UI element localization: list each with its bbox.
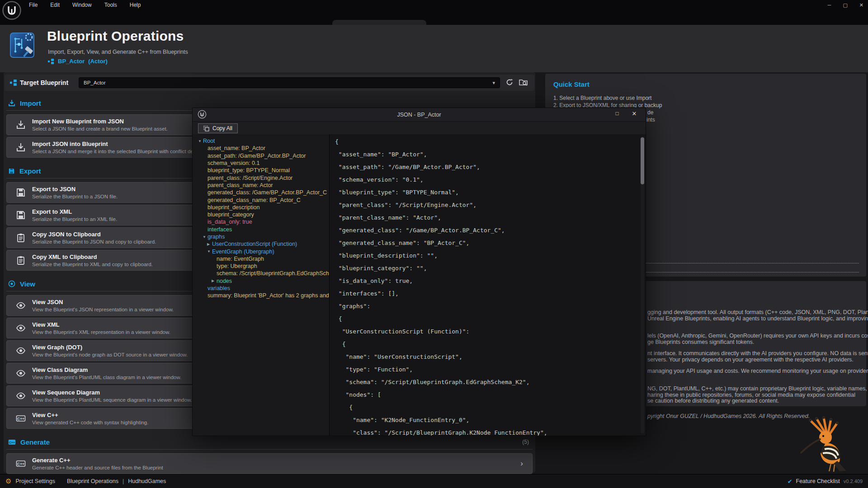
json-code-line: "blueprint_type": "BPTYPE_Normal", (335, 186, 637, 199)
tree-row[interactable]: schema: /Script/BlueprintGraph.EdGraphSc… (193, 270, 329, 277)
tree-expander-icon[interactable]: ▼ (207, 249, 212, 253)
button-description: Generate C++ header and source files fro… (32, 465, 163, 470)
json-code-pane[interactable]: { "asset_name": "BP_Actor", "asset_path"… (330, 134, 646, 436)
tree-row[interactable]: variables (193, 285, 329, 292)
tree-row[interactable]: generated_class: /Game/BP_Actor.BP_Actor… (193, 189, 329, 196)
tree-row-label: name: EventGraph (217, 256, 264, 262)
scrollbar-track[interactable] (641, 136, 644, 433)
tree-row[interactable]: interfaces (193, 226, 329, 233)
page-subtitle: Import, Export, View, and Generate C++ f… (48, 49, 188, 55)
button-description: View generated C++ code with syntax high… (32, 420, 148, 425)
scrollbar-thumb[interactable] (641, 137, 644, 184)
blueprint-operations-icon (9, 31, 38, 60)
menu-bar: FileEditWindowToolsHelp ─ ▢ ✕ (0, 0, 868, 10)
tree-row-label: interfaces (208, 226, 232, 233)
copy-all-button[interactable]: Copy All (198, 123, 238, 133)
close-button[interactable]: ✕ (859, 2, 863, 8)
disclaimer-text-fragment: Unreal Engine Blueprints, enabling AI ag… (647, 315, 868, 322)
tree-row-label: type: Ubergraph (217, 263, 257, 269)
tree-row[interactable]: blueprint_category (193, 211, 329, 218)
quick-start-step-fragment: ints (646, 117, 655, 123)
button-title: View Class Diagram (32, 366, 181, 373)
button-description: View the Blueprint's JSON representation… (32, 307, 174, 312)
target-blueprint-label: Target Blueprint (20, 79, 68, 86)
modal-close-icon[interactable]: ✕ (629, 110, 639, 119)
tree-expander-icon[interactable]: ▼ (203, 235, 208, 239)
disclaimer-text-fragment: NG, DOT, PlantUML, C++, etc.) may contai… (647, 385, 868, 392)
tree-row-label: generated_class_name: BP_Actor_C (208, 197, 301, 203)
json-code-line: "parent_class_name": "Actor", (335, 211, 637, 224)
json-code-line: "generated_class": "/Game/BP_Actor.BP_Ac… (335, 224, 637, 237)
tree-expander-icon[interactable]: ▼ (198, 139, 203, 143)
menu-item[interactable]: Window (72, 2, 92, 8)
refresh-icon[interactable] (505, 78, 515, 87)
tree-row[interactable]: is_data_only: true (193, 218, 329, 225)
unreal-engine-logo-icon[interactable] (2, 1, 21, 20)
json-code-line: "schema_version": "0.1", (335, 174, 637, 186)
tree-row[interactable]: parent_class_name: Actor (193, 182, 329, 189)
tree-row[interactable]: ▶ nodes (193, 277, 329, 285)
tree-row[interactable]: ▼ graphs (193, 233, 329, 240)
minimize-button[interactable]: ─ (828, 2, 831, 8)
status-project-settings[interactable]: Project Settings (15, 478, 55, 484)
tree-row[interactable]: parent_class: /Script/Engine.Actor (193, 174, 329, 181)
tree-row[interactable]: ▼ EventGraph (Ubergraph) (193, 248, 329, 255)
button-title: Copy XML to Clipboard (32, 253, 153, 260)
quick-start-step: 1. Select a Blueprint above or use Impor… (553, 94, 662, 102)
json-code-line: "name": "K2Node_FunctionEntry_0", (335, 414, 637, 427)
button-description: Serialize the Blueprint to JSON and copy… (32, 239, 156, 244)
tree-row[interactable]: name: EventGraph (193, 255, 329, 263)
button-title: Copy JSON to Clipboard (32, 231, 156, 238)
modal-titlebar[interactable]: JSON - BP_Actor □ ✕ (193, 108, 646, 122)
json-code-line: "parent_class": "/Script/Engine.Actor", (335, 199, 637, 211)
tree-row-label: UserConstructionScript (Function) (212, 241, 297, 247)
menu-item[interactable]: Edit (50, 2, 60, 8)
eye-icon (16, 368, 26, 378)
json-code-line: { (335, 338, 637, 351)
tree-row[interactable]: asset_name: BP_Actor (193, 145, 329, 152)
tree-row[interactable]: ▶ UserConstructionScript (Function) (193, 240, 329, 248)
tree-row[interactable]: asset_path: /Game/BP_Actor.BP_Actor (193, 152, 329, 160)
menu-item[interactable]: Help (130, 2, 141, 8)
browse-to-asset-icon[interactable] (519, 78, 529, 87)
divider (6, 449, 533, 450)
tree-row[interactable]: blueprint_description (193, 204, 329, 211)
feature-checklist-label[interactable]: Feature Checklist (796, 478, 840, 484)
clipboard-icon (16, 233, 26, 243)
modal-title: JSON - BP_Actor (193, 112, 646, 118)
tree-expander-icon[interactable]: ▶ (207, 242, 212, 246)
tree-row-label: parent_class_name: Actor (208, 182, 273, 188)
quick-start-steps: 1. Select a Blueprint above or use Impor… (553, 94, 662, 109)
unreal-editor-window: FileEditWindowToolsHelp ─ ▢ ✕ ⌂ Untitled… (0, 0, 868, 488)
button-description: Serialize the Blueprint to an XML file. (32, 216, 117, 222)
tree-row[interactable]: schema_version: 0.1 (193, 160, 329, 167)
tree-row-label: blueprint_description (208, 204, 259, 211)
status-blueprint-operations[interactable]: Blueprint Operations (67, 478, 118, 484)
tree-row-label: summary: Blueprint 'BP_Actor' has 2 grap… (208, 292, 330, 299)
button-title: View XML (32, 321, 170, 328)
tree-row[interactable]: blueprint_type: BPTYPE_Normal (193, 167, 329, 174)
tree-row[interactable]: type: Ubergraph (193, 263, 329, 270)
section-title: Import (20, 99, 41, 107)
modal-maximize-icon[interactable]: □ (612, 110, 622, 119)
button-description: View the Blueprint's node graph as DOT s… (32, 352, 188, 357)
json-code-line: "asset_path": "/Game/BP_Actor.BP_Actor", (335, 161, 637, 174)
import-icon (16, 142, 26, 152)
operation-button[interactable]: C++ Generate C++ Generate C++ header and… (6, 453, 533, 474)
menu-item[interactable]: File (29, 2, 38, 8)
json-code-line: { (335, 313, 637, 325)
tab-bar: ⌂ Untitled AI Chat HudHud Plugins Bluepr… (0, 10, 868, 25)
disclaimer-text-fragment: servers. Your privacy depends on your ag… (647, 357, 854, 363)
section-generate: C++ Generate (5) C++ Generate C++ Genera… (5, 436, 533, 476)
tree-row[interactable]: generated_class_name: BP_Actor_C (193, 196, 329, 203)
menu-item[interactable]: Tools (104, 2, 117, 8)
tree-row[interactable]: ▼ Root (193, 137, 329, 145)
maximize-button[interactable]: ▢ (843, 2, 847, 8)
tree-row-label: is_data_only: true (208, 219, 252, 225)
tree-expander-icon[interactable]: ▶ (212, 279, 217, 283)
tree-row[interactable]: summary: Blueprint 'BP_Actor' has 2 grap… (193, 292, 329, 299)
target-blueprint-dropdown[interactable]: BP_Actor ▾ (79, 77, 500, 88)
json-tree-pane[interactable]: ▼ Root asset_name: BP_Actor asset_path: … (193, 134, 330, 436)
disclaimer-text-fragment: ge Blueprints consumes significant token… (647, 339, 754, 345)
tree-row-label: variables (208, 285, 230, 291)
